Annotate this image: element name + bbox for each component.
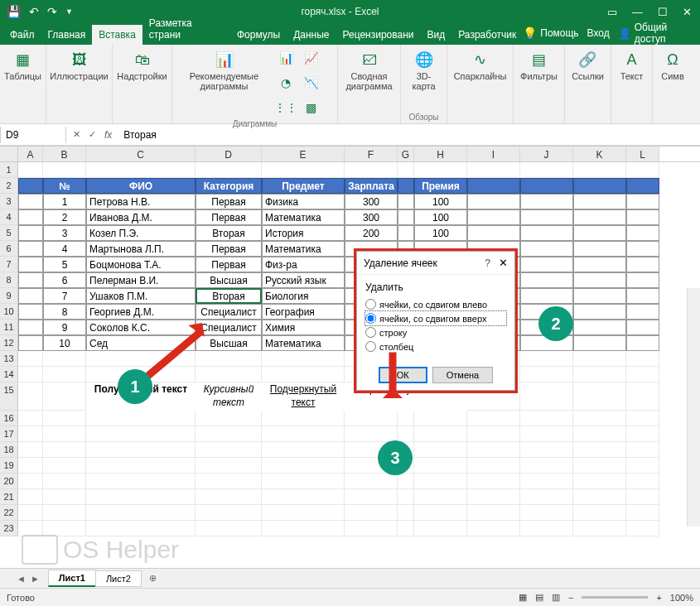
- cell[interactable]: [626, 209, 659, 225]
- cell[interactable]: Первая: [196, 194, 262, 209]
- cell[interactable]: [520, 351, 573, 367]
- cell[interactable]: [573, 335, 626, 351]
- cell[interactable]: [414, 474, 467, 489]
- dialog-help-icon[interactable]: ?: [485, 257, 490, 269]
- cell[interactable]: [520, 367, 573, 382]
- row-header[interactable]: 22: [0, 505, 18, 521]
- cell[interactable]: [18, 194, 43, 209]
- cell[interactable]: [626, 351, 659, 367]
- cell[interactable]: [86, 505, 196, 521]
- cell[interactable]: [573, 320, 626, 335]
- cell[interactable]: [398, 505, 414, 521]
- cell[interactable]: [520, 209, 573, 225]
- cell[interactable]: [345, 521, 398, 536]
- cell[interactable]: [18, 426, 43, 442]
- column-header-D[interactable]: D: [196, 147, 262, 161]
- cell[interactable]: [262, 162, 345, 178]
- cell[interactable]: [573, 272, 626, 288]
- column-headers[interactable]: ABCDEFGHIJKL: [18, 146, 700, 162]
- row-header[interactable]: 12: [0, 335, 18, 351]
- cell[interactable]: [626, 178, 659, 194]
- cell[interactable]: 100: [414, 209, 467, 225]
- cell[interactable]: [626, 458, 659, 474]
- cell[interactable]: 300: [345, 194, 398, 209]
- row-header[interactable]: 16: [0, 411, 18, 426]
- file-tab[interactable]: Файл: [3, 25, 41, 45]
- cell[interactable]: [626, 489, 659, 505]
- sheet-tab-1[interactable]: Лист1: [48, 570, 96, 587]
- cell[interactable]: [467, 521, 520, 536]
- cell[interactable]: [262, 521, 345, 536]
- column-header-G[interactable]: G: [398, 147, 414, 161]
- cell[interactable]: [626, 304, 659, 320]
- cell[interactable]: [18, 225, 43, 241]
- spreadsheet-grid[interactable]: ABCDEFGHIJKL 12№ФИОКатегорияПредметЗарпл…: [0, 146, 700, 565]
- enter-formula-icon[interactable]: ✓: [89, 129, 96, 140]
- cell[interactable]: [86, 411, 196, 426]
- cell[interactable]: [573, 304, 626, 320]
- cell[interactable]: 2: [43, 209, 86, 225]
- cell[interactable]: [573, 162, 626, 178]
- cell[interactable]: [520, 257, 573, 272]
- fx-icon[interactable]: fx: [104, 129, 112, 141]
- cell[interactable]: [520, 489, 573, 505]
- cell[interactable]: [626, 288, 659, 304]
- cell[interactable]: [345, 489, 398, 505]
- cell[interactable]: Математика: [262, 241, 345, 257]
- text-button[interactable]: A Текст: [619, 48, 645, 83]
- cell[interactable]: [18, 382, 43, 411]
- row-header[interactable]: 6: [0, 241, 18, 257]
- cell[interactable]: Биология: [262, 288, 345, 304]
- cell[interactable]: [398, 474, 414, 489]
- cell[interactable]: №: [43, 178, 86, 194]
- cell[interactable]: 4: [43, 241, 86, 257]
- cell[interactable]: [414, 411, 467, 426]
- cell[interactable]: Физика: [262, 194, 345, 209]
- cell[interactable]: [262, 489, 345, 505]
- view-page-break-icon[interactable]: ▥: [552, 592, 560, 603]
- row-header[interactable]: 8: [0, 272, 18, 288]
- cell[interactable]: [414, 489, 467, 505]
- cell[interactable]: Физ-ра: [262, 257, 345, 272]
- cell[interactable]: [18, 162, 43, 178]
- cell[interactable]: [262, 474, 345, 489]
- cell[interactable]: [398, 209, 414, 225]
- cell[interactable]: [414, 442, 467, 458]
- cell[interactable]: [43, 505, 86, 521]
- column-header-J[interactable]: J: [520, 147, 573, 161]
- row-header[interactable]: 18: [0, 442, 18, 458]
- zoom-level[interactable]: 100%: [670, 593, 693, 603]
- pivot-chart-button[interactable]: 🗠 Сводная диаграмма: [343, 48, 395, 93]
- cell[interactable]: [262, 351, 345, 367]
- row-header[interactable]: 7: [0, 257, 18, 272]
- cell[interactable]: [626, 474, 659, 489]
- close-icon[interactable]: ✕: [683, 6, 692, 18]
- row-header[interactable]: 21: [0, 489, 18, 505]
- cell[interactable]: 100: [414, 194, 467, 209]
- cell[interactable]: ФИО: [86, 178, 196, 194]
- cell[interactable]: 9: [43, 320, 86, 335]
- formula-input[interactable]: Вторая: [118, 127, 700, 143]
- cell[interactable]: [520, 411, 573, 426]
- cell[interactable]: [18, 411, 43, 426]
- sheet-next-icon[interactable]: ►: [31, 574, 40, 584]
- tab-view[interactable]: Вид: [421, 25, 452, 45]
- cell[interactable]: [573, 351, 626, 367]
- view-normal-icon[interactable]: ▦: [519, 592, 527, 603]
- cell[interactable]: [520, 505, 573, 521]
- column-header-H[interactable]: H: [414, 147, 467, 161]
- cell[interactable]: [18, 351, 43, 367]
- chart-pie-icon[interactable]: ◔: [276, 73, 296, 93]
- cancel-button[interactable]: Отмена: [432, 367, 493, 383]
- sheet-prev-icon[interactable]: ◄: [17, 574, 26, 584]
- cell[interactable]: [398, 178, 414, 194]
- cell[interactable]: [414, 521, 467, 536]
- cell[interactable]: [18, 442, 43, 458]
- cell[interactable]: [196, 162, 262, 178]
- zoom-slider[interactable]: [582, 596, 648, 599]
- cell[interactable]: [573, 411, 626, 426]
- cell[interactable]: [520, 194, 573, 209]
- cell[interactable]: [196, 505, 262, 521]
- cell[interactable]: [18, 288, 43, 304]
- cell[interactable]: [262, 505, 345, 521]
